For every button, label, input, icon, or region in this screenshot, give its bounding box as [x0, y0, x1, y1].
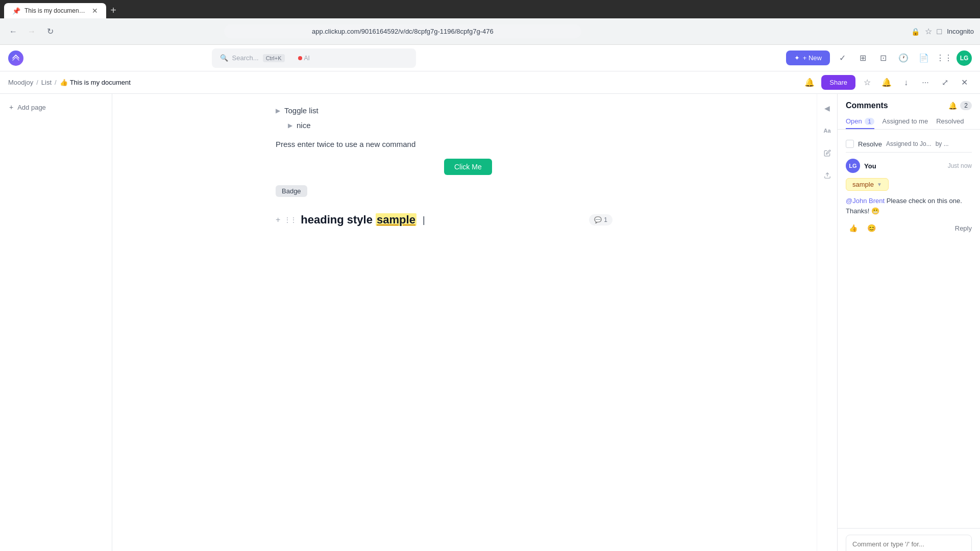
- sub-item-label: nice: [297, 121, 311, 130]
- comment-tag[interactable]: sample ▼: [846, 178, 889, 191]
- comment-bubble[interactable]: 💬 1: [589, 214, 612, 226]
- heading-highlight: sample: [376, 213, 416, 226]
- text-cursor: |: [423, 215, 425, 226]
- resolve-checkbox[interactable]: [846, 140, 854, 148]
- comment-body: @John Brent Please check on this one. Th…: [846, 196, 972, 216]
- expand-icon[interactable]: ⤢: [937, 75, 952, 90]
- like-button[interactable]: 👍: [846, 221, 860, 235]
- heading-text: heading style sample: [301, 213, 416, 227]
- comments-count-badge: 2: [960, 101, 972, 110]
- add-block-icon[interactable]: +: [276, 215, 280, 224]
- url-text: app.clickup.com/9016164592/v/dc/8cpfg7g-…: [312, 28, 494, 35]
- comment-tag-row: sample ▼: [846, 178, 972, 191]
- right-toolbar: ◀ Aa: [817, 94, 837, 551]
- clock-icon[interactable]: 🕐: [895, 50, 912, 66]
- tab-assigned[interactable]: Assigned to me: [883, 114, 928, 129]
- toggle-list-item[interactable]: ▶ Toggle list: [276, 104, 653, 117]
- grid-icon[interactable]: ⊡: [875, 50, 891, 66]
- search-shortcut: Ctrl+K: [263, 54, 285, 62]
- comment-bubble-icon: 💬: [594, 216, 602, 223]
- bell-icon[interactable]: 🔔: [948, 102, 957, 110]
- list-breadcrumb[interactable]: List: [41, 79, 52, 86]
- user-avatar[interactable]: LG: [957, 51, 972, 66]
- reload-button[interactable]: ↻: [43, 24, 57, 39]
- tag-label: sample: [852, 181, 874, 188]
- bookmark-breadcrumb-icon[interactable]: 🔔: [802, 75, 817, 90]
- workspace-breadcrumb[interactable]: Moodjoy: [8, 79, 33, 86]
- search-placeholder: Search...: [232, 54, 259, 62]
- app-logo[interactable]: [8, 51, 23, 66]
- resolve-bar: Resolve Assigned to Jo... by ...: [846, 136, 972, 153]
- collapse-panel-button[interactable]: ◀: [819, 100, 836, 116]
- tab-close-icon[interactable]: ✕: [92, 7, 98, 15]
- comment-item: LG You Just now sample ▼ @John Brent Ple…: [846, 159, 972, 241]
- add-page-button[interactable]: + Add page: [4, 100, 108, 114]
- notification-icon[interactable]: 🔔: [879, 75, 894, 90]
- tab-open[interactable]: Open 1: [846, 114, 874, 129]
- tab-title: This is my document | This is m...: [24, 7, 86, 14]
- search-icon: 🔍: [220, 54, 228, 62]
- add-page-icon: +: [9, 103, 13, 111]
- reaction-button[interactable]: 😊: [864, 221, 878, 235]
- browser-tab[interactable]: 📌 This is my document | This is m... ✕: [4, 3, 106, 18]
- sub-list-item: ▶ nice: [276, 119, 653, 132]
- tag-chevron-icon: ▼: [877, 182, 882, 187]
- add-page-label: Add page: [17, 104, 46, 111]
- share-button[interactable]: Share: [821, 75, 855, 90]
- click-me-button[interactable]: Click Me: [444, 159, 492, 175]
- profile-icon[interactable]: □: [937, 27, 942, 36]
- search-bar[interactable]: 🔍 Search... Ctrl+K AI: [212, 48, 416, 68]
- close-icon[interactable]: ✕: [957, 75, 972, 90]
- back-button[interactable]: ←: [6, 24, 20, 39]
- sub-toggle-icon[interactable]: ▶: [288, 122, 292, 129]
- by-text: by ...: [936, 140, 949, 147]
- comments-panel: Comments 🔔 2 Open 1 Assigned to me Resol…: [837, 94, 980, 551]
- upload-button[interactable]: [819, 167, 836, 184]
- toggle-list-label: Toggle list: [284, 106, 318, 115]
- content-area: ▶ Toggle list ▶ nice Press enter twice t…: [112, 94, 817, 551]
- badge-element: Badge: [276, 185, 307, 197]
- commenter-name: You: [864, 162, 876, 170]
- comment-input[interactable]: [846, 535, 972, 551]
- forward-button[interactable]: →: [24, 24, 39, 39]
- tab-favicon: 📌: [12, 7, 20, 15]
- extension-icon: 🔒: [911, 28, 920, 36]
- ai-dot: [298, 56, 302, 60]
- assigned-text: Assigned to Jo...: [886, 140, 932, 147]
- font-size-button[interactable]: Aa: [819, 122, 836, 139]
- new-tab-button[interactable]: +: [106, 3, 120, 17]
- edit-button[interactable]: [819, 145, 836, 161]
- checkmark-icon[interactable]: ✓: [834, 50, 850, 66]
- toggle-expand-icon[interactable]: ▶: [276, 107, 280, 114]
- ai-badge[interactable]: AI: [293, 53, 315, 64]
- doc-icon: 👍: [60, 79, 68, 86]
- address-bar[interactable]: app.clickup.com/9016164592/v/dc/8cpfg7g-…: [224, 24, 581, 38]
- more-icon[interactable]: ···: [918, 75, 933, 90]
- star-icon[interactable]: ☆: [860, 75, 875, 90]
- commenter-avatar: LG: [846, 159, 860, 173]
- download-icon[interactable]: ↓: [898, 75, 914, 90]
- incognito-label: Incognito: [947, 28, 974, 35]
- breadcrumb-sep-1: /: [36, 79, 38, 86]
- apps-icon[interactable]: ⋮⋮: [936, 50, 952, 66]
- breadcrumb-sep-2: /: [55, 79, 57, 86]
- heading-row: + ⋮⋮ heading style sample | 💬 1: [276, 211, 653, 229]
- paragraph-text: Press enter twice to use a new command: [276, 136, 653, 153]
- table-icon[interactable]: ⊞: [854, 50, 871, 66]
- open-count-badge: 1: [865, 118, 874, 125]
- tab-resolved[interactable]: Resolved: [936, 114, 964, 129]
- reply-button[interactable]: Reply: [955, 224, 972, 232]
- new-button[interactable]: ✦ + New: [786, 51, 830, 65]
- doc-breadcrumb: 👍 This is my document: [60, 79, 131, 86]
- resolve-label: Resolve: [858, 140, 882, 148]
- heading-prefix: heading style: [301, 213, 376, 226]
- comment-count: 1: [604, 216, 607, 223]
- comment-mention[interactable]: @John Brent: [846, 197, 885, 205]
- new-icon: ✦: [794, 54, 800, 62]
- doc-title: This is my document: [70, 79, 131, 86]
- comment-time: Just now: [948, 162, 972, 169]
- drag-handle-icon[interactable]: ⋮⋮: [284, 216, 297, 223]
- sidebar: + Add page: [0, 94, 112, 551]
- doc-icon[interactable]: 📄: [916, 50, 932, 66]
- bookmark-icon[interactable]: ☆: [925, 27, 932, 36]
